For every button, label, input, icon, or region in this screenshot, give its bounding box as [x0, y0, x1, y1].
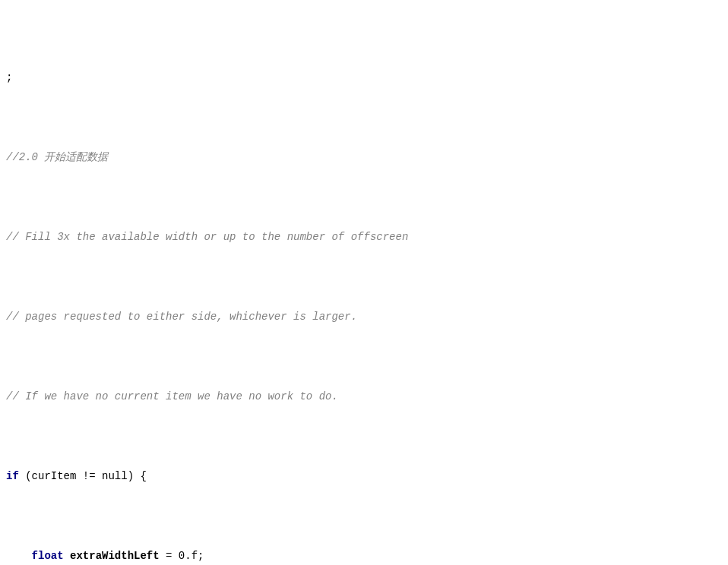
code-line-4: // pages requested to either side, which…	[0, 309, 728, 325]
code-line-6: if (curItem != null) {	[0, 469, 728, 485]
code-line-7: float extraWidthLeft = 0.f;	[0, 548, 728, 564]
code-line-1: ;	[0, 70, 728, 86]
code-line-3: // Fill 3x the available width or up to …	[0, 229, 728, 245]
code-line-5: // If we have no current item we have no…	[0, 389, 728, 405]
code-editor: ; //2.0 开始适配数据 // Fill 3x the available …	[0, 0, 728, 565]
code-line-2: //2.0 开始适配数据	[0, 150, 728, 166]
